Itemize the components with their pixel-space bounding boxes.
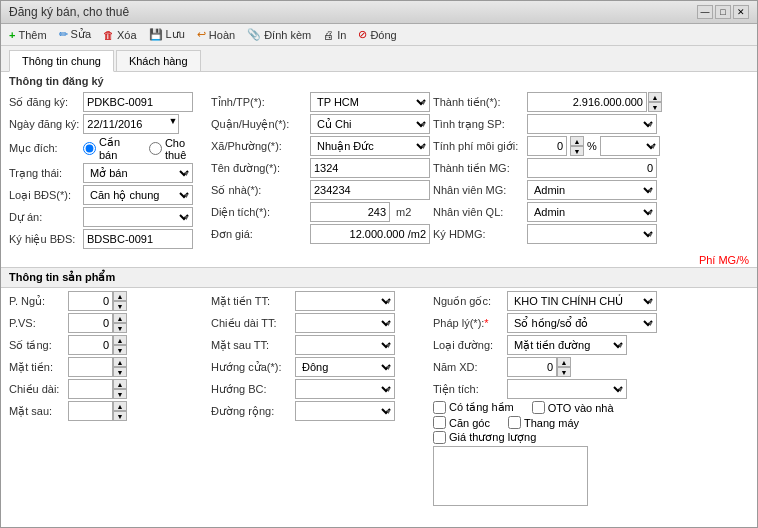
mat-sau-down[interactable]: ▼ [113,411,127,421]
nhan-vien-mg-select[interactable]: Admin [527,180,657,200]
thang-may-checkbox[interactable] [508,416,521,429]
dong-button[interactable]: ⊘ Đóng [358,28,396,41]
duong-rong-select[interactable] [295,401,395,421]
quan-huyen-select[interactable]: Củ Chi [310,114,430,134]
xa-phuong-select[interactable]: Nhuận Đức [310,136,430,156]
so-tang-down[interactable]: ▼ [113,345,127,355]
save-icon: 💾 [149,28,163,41]
tinh-tp-select[interactable]: TP HCM [310,92,430,112]
tinh-tp-row: Tỉnh/TP(*): TP HCM [211,92,431,112]
oto-vao-nha-checkbox[interactable] [532,401,545,414]
can-goc-label[interactable]: Căn góc [433,416,490,429]
mat-sau-up[interactable]: ▲ [113,401,127,411]
section1-header: Thông tin đăng ký [1,72,757,90]
tinh-phi-label: Tính phí môi giới: [433,140,523,153]
huong-bc-select[interactable] [295,379,395,399]
co-tang-ham-label[interactable]: Có tầng hầm [433,401,514,414]
nhan-vien-mg-label: Nhân viên MG: [433,184,523,196]
in-button[interactable]: 🖨 In [323,29,346,41]
radio-cho-thue[interactable] [149,142,162,155]
window-title: Đăng ký bán, cho thuê [9,5,129,19]
nam-xd-input[interactable] [507,357,557,377]
can-goc-checkbox[interactable] [433,416,446,429]
trang-thai-select[interactable]: Mở bán [83,163,193,183]
minimize-button[interactable]: — [697,5,713,19]
nam-xd-down[interactable]: ▼ [557,367,571,377]
duong-rong-label: Đường rộng: [211,405,291,418]
tinh-phi-down[interactable]: ▼ [570,146,584,156]
radio-cho-thue-label[interactable]: Cho thuê [149,137,209,161]
thanh-tien-up[interactable]: ▲ [648,92,662,102]
thanh-tien-mg-input[interactable] [527,158,657,178]
phap-ly-select[interactable]: Sổ hồng/sổ đỏ [507,313,657,333]
mat-tien-up[interactable]: ▲ [113,357,127,367]
mat-tien-tt-select[interactable] [295,291,395,311]
close-window-button[interactable]: ✕ [733,5,749,19]
them-button[interactable]: + Thêm [9,29,47,41]
so-tang-label: Số tầng: [9,339,64,352]
dac-trung-row [433,446,749,506]
p-vs-down[interactable]: ▼ [113,323,127,333]
sua-button[interactable]: ✏ Sửa [59,28,91,41]
p-ngu-down[interactable]: ▼ [113,301,127,311]
loai-bds-select[interactable]: Căn hộ chung cư [83,185,193,205]
checkbox-row2: Căn góc Thang máy [433,416,749,429]
chieu-dai-input[interactable] [68,379,113,399]
so-nha-input[interactable] [310,180,430,200]
p-ngu-up[interactable]: ▲ [113,291,127,301]
nguon-goc-select[interactable]: KHO TIN CHÍNH CHỦ [507,291,657,311]
ky-hieu-bds-input[interactable] [83,229,193,249]
radio-can-ban[interactable] [83,142,96,155]
chieu-dai-up[interactable]: ▲ [113,379,127,389]
chieu-dai-down[interactable]: ▼ [113,389,127,399]
oto-vao-nha-label[interactable]: OTO vào nhà [532,401,614,414]
gia-thuong-luong-checkbox[interactable] [433,431,446,444]
col1: Số đăng ký: Ngày đăng ký: ▼ Mục đích: [9,92,209,251]
mat-tien-input[interactable] [68,357,113,377]
so-tang-up[interactable]: ▲ [113,335,127,345]
gia-thuong-luong-label[interactable]: Giá thương lượng [433,431,536,444]
nam-xd-up[interactable]: ▲ [557,357,571,367]
ngay-dang-ky-input[interactable] [83,114,179,134]
tinh-phi-up[interactable]: ▲ [570,136,584,146]
p-vs-up[interactable]: ▲ [113,313,127,323]
du-an-select[interactable] [83,207,193,227]
tinh-phi-input[interactable] [527,136,567,156]
ten-duong-row: Tên đường(*): [211,158,431,178]
tinh-phi-select[interactable] [600,136,660,156]
dac-trung-textarea[interactable] [433,446,588,506]
thanh-tien-down[interactable]: ▼ [648,102,662,112]
thang-may-label[interactable]: Thang máy [508,416,579,429]
mat-sau-input[interactable] [68,401,113,421]
mat-tien-down[interactable]: ▼ [113,367,127,377]
restore-button[interactable]: □ [715,5,731,19]
dinh-kem-button[interactable]: 📎 Đính kèm [247,28,311,41]
loai-duong-select[interactable]: Mặt tiền đường [507,335,627,355]
mat-sau-tt-select[interactable] [295,335,395,355]
co-tang-ham-checkbox[interactable] [433,401,446,414]
huong-cua-select[interactable]: Đông [295,357,395,377]
p-ngu-input[interactable] [68,291,113,311]
chieu-dai-tt-select[interactable] [295,313,395,333]
ky-hdmg-select[interactable] [527,224,657,244]
don-gia-input[interactable] [310,224,430,244]
ten-duong-input[interactable] [310,158,430,178]
p-vs-row: P.VS: ▲ ▼ [9,313,209,333]
tab-khach-hang[interactable]: Khách hàng [116,50,201,71]
nhan-vien-ql-select[interactable]: Admin [527,202,657,222]
radio-can-ban-label[interactable]: Cần bán [83,136,141,161]
so-tang-input[interactable] [68,335,113,355]
p-vs-input[interactable] [68,313,113,333]
tinh-trang-sp-select[interactable] [527,114,657,134]
ngay-dang-ky-label: Ngày đăng ký: [9,118,79,130]
tab-thong-tin-chung[interactable]: Thông tin chung [9,50,114,72]
product-col2: Mặt tiền TT: Chiều dài TT: [211,291,431,508]
luu-button[interactable]: 💾 Lưu [149,28,185,41]
so-dang-ky-input[interactable] [83,92,193,112]
hoan-button[interactable]: ↩ Hoàn [197,28,235,41]
p-vs-label: P.VS: [9,317,64,329]
thanh-tien-input[interactable] [527,92,647,112]
xoa-button[interactable]: 🗑 Xóa [103,29,137,41]
tien-tich-select[interactable] [507,379,627,399]
dien-tich-input[interactable] [310,202,390,222]
